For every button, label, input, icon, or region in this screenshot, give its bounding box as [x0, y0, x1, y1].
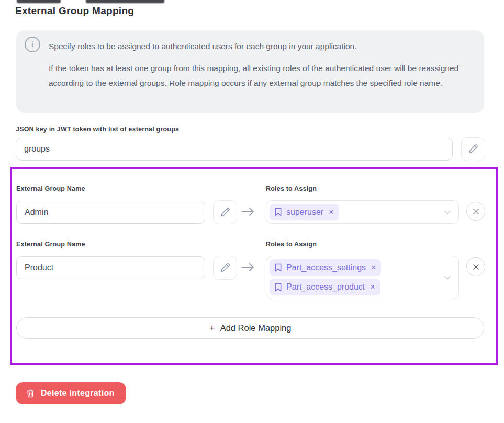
delete-integration-label: Delete integration: [41, 388, 115, 398]
add-role-mapping-label: Add Role Mapping: [220, 323, 292, 333]
external-group-name-label: External Group Name: [16, 241, 85, 248]
bookmark-icon: [274, 283, 282, 292]
pencil-icon: [219, 262, 231, 273]
arrow-right-icon: [240, 260, 256, 274]
external-group-name-input-wrapper: [16, 256, 205, 279]
jwt-key-label: JSON key in JWT token with list of exter…: [16, 125, 179, 133]
role-tag-label: superuser: [286, 208, 323, 217]
role-tag-label: Part_access_product: [286, 282, 365, 292]
tag-remove-icon[interactable]: ×: [329, 208, 333, 216]
jwt-key-input-wrapper: [16, 138, 453, 161]
external-group-name-input[interactable]: [25, 263, 197, 272]
role-tag-label: Part_access_settings: [286, 263, 366, 272]
edit-group-name-button[interactable]: [213, 200, 237, 224]
info-paragraph-2: If the token has at least one group from…: [49, 61, 472, 90]
roles-select[interactable]: superuser ×: [266, 200, 459, 224]
close-icon: [473, 264, 479, 270]
chevron-down-icon[interactable]: [442, 272, 453, 283]
pencil-icon: [467, 143, 479, 155]
arrow-right-icon: [240, 205, 256, 219]
bookmark-icon: [274, 263, 282, 272]
edit-group-name-button[interactable]: [213, 256, 237, 280]
add-role-mapping-button[interactable]: + Add Role Mapping: [16, 317, 484, 339]
role-tag: superuser ×: [270, 204, 339, 220]
cropped-content-fragment: [86, 0, 164, 3]
info-banner-text: Specify roles to be assigned to authenti…: [49, 39, 472, 90]
external-group-name-input[interactable]: [25, 208, 197, 217]
pencil-icon: [219, 207, 231, 218]
delete-integration-button[interactable]: Delete integration: [16, 382, 126, 404]
external-group-name-label: External Group Name: [16, 185, 85, 192]
tag-remove-icon[interactable]: ×: [370, 283, 375, 291]
chevron-down-icon[interactable]: [442, 207, 453, 218]
role-tag: Part_access_product ×: [270, 279, 380, 296]
roles-to-assign-label: Roles to Assign: [266, 241, 317, 248]
info-paragraph-1: Specify roles to be assigned to authenti…: [49, 39, 472, 54]
role-tag: Part_access_settings ×: [270, 259, 381, 276]
cropped-content-fragment: [17, 0, 61, 3]
jwt-key-edit-button[interactable]: [461, 137, 485, 161]
info-banner: i Specify roles to be assigned to authen…: [16, 30, 484, 113]
roles-select[interactable]: Part_access_settings × Part_access_produ…: [266, 256, 459, 299]
remove-mapping-row-button[interactable]: [466, 257, 485, 276]
roles-to-assign-label: Roles to Assign: [266, 185, 317, 192]
info-icon: i: [25, 37, 40, 52]
external-group-name-input-wrapper: [16, 201, 205, 224]
plus-icon: +: [209, 323, 215, 334]
tag-remove-icon[interactable]: ×: [371, 264, 376, 272]
remove-mapping-row-button[interactable]: [466, 202, 485, 221]
close-icon: [473, 208, 479, 215]
jwt-key-input[interactable]: [24, 144, 444, 154]
page-title: External Group Mapping: [15, 5, 134, 17]
bookmark-icon: [274, 208, 282, 216]
trash-icon: [25, 388, 36, 398]
